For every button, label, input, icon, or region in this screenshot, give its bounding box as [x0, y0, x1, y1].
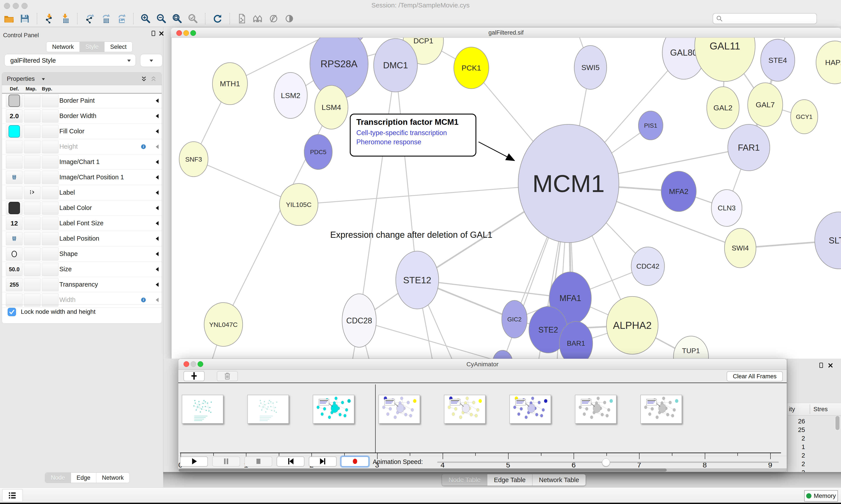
byp-cell[interactable]	[42, 140, 58, 153]
import-network-button[interactable]	[43, 12, 56, 25]
cyanimator-timeline[interactable]: 0123456789Seconds	[178, 383, 787, 456]
table-col-ity[interactable]: ity	[789, 406, 795, 413]
tab-network[interactable]: Network	[47, 42, 80, 52]
map-cell[interactable]	[24, 186, 40, 199]
hide-graphics-button[interactable]	[267, 12, 280, 25]
close-window-icon[interactable]	[4, 3, 10, 9]
timeline-ruler[interactable]	[180, 453, 781, 453]
zoom-selected-button[interactable]	[186, 12, 199, 25]
dock-tab-network-table[interactable]: Network Table	[532, 474, 586, 486]
default-swatch[interactable]	[8, 202, 20, 214]
expand-property-icon[interactable]	[155, 282, 159, 287]
folder-open-button[interactable]	[3, 12, 15, 25]
expand-property-icon[interactable]	[155, 236, 159, 241]
clear-all-frames-button[interactable]: Clear All Frames	[727, 371, 783, 381]
property-row-height[interactable]: Heighti	[2, 139, 162, 154]
def-cell[interactable]	[6, 186, 22, 199]
map-cell[interactable]	[24, 140, 40, 153]
play-button[interactable]	[180, 456, 208, 467]
property-row-shape[interactable]: Shape	[2, 246, 162, 262]
expand-property-icon[interactable]	[155, 175, 159, 180]
expand-property-icon[interactable]	[155, 297, 159, 303]
tab-select[interactable]: Select	[105, 42, 132, 52]
task-history-button[interactable]	[2, 489, 23, 502]
minimize-window-icon[interactable]	[13, 3, 19, 9]
show-graphics-button[interactable]	[283, 12, 296, 25]
zoom-in-button[interactable]	[139, 12, 152, 25]
map-cell[interactable]	[24, 263, 40, 276]
property-row-label-color[interactable]: Label Color	[2, 200, 162, 216]
map-cell[interactable]	[24, 109, 40, 123]
tab-node[interactable]: Node	[45, 473, 71, 483]
keyframe-2[interactable]	[313, 395, 354, 424]
def-cell[interactable]	[6, 140, 22, 153]
map-cell[interactable]	[24, 232, 40, 245]
def-cell[interactable]	[6, 171, 22, 184]
dock-tab-node-table[interactable]: Node Table	[442, 474, 487, 486]
expand-property-icon[interactable]	[155, 205, 159, 211]
position-icon[interactable]	[11, 174, 18, 181]
table-col-stress[interactable]: Stres	[813, 406, 828, 413]
node-stub1[interactable]	[493, 350, 513, 359]
def-cell[interactable]	[6, 125, 22, 138]
zoom-out-button[interactable]	[155, 12, 168, 25]
network-graph[interactable]: RPS28BDCP1RPS28ADMC1PCK1MTH1LSM2LSM4SNF3…	[172, 38, 841, 359]
map-cell[interactable]	[24, 201, 40, 215]
byp-cell[interactable]	[42, 247, 58, 260]
map-cell[interactable]	[24, 156, 40, 168]
keyframe-0[interactable]	[182, 395, 223, 424]
property-row-image-chart-position-1[interactable]: Image/Chart Position 1	[2, 170, 162, 185]
byp-cell[interactable]	[42, 263, 58, 276]
property-row-label[interactable]: Label	[2, 185, 162, 200]
property-row-transparency[interactable]: 255Transparency	[2, 277, 162, 292]
minimize-window-icon[interactable]	[191, 361, 196, 367]
lock-checkbox[interactable]	[8, 308, 16, 316]
table-cell[interactable]: 2	[788, 469, 805, 472]
network-file-button[interactable]	[236, 12, 248, 25]
def-cell[interactable]: 255	[6, 278, 22, 291]
default-value[interactable]: 50.0	[9, 266, 20, 273]
expand-property-icon[interactable]	[155, 98, 159, 103]
annotation-link[interactable]: Pheromone response	[356, 138, 476, 146]
search-box[interactable]	[713, 13, 817, 24]
expand-all-icon[interactable]	[140, 75, 147, 82]
stop-button[interactable]	[245, 456, 272, 467]
playhead[interactable]	[375, 384, 376, 453]
table-cell[interactable]: 2	[788, 452, 805, 459]
maximize-window-icon[interactable]	[190, 30, 196, 36]
scrollbar-thumb[interactable]	[179, 469, 667, 472]
properties-header[interactable]: Properties	[2, 72, 162, 85]
tab-style[interactable]: Style	[80, 42, 105, 52]
network-canvas[interactable]: RPS28BDCP1RPS28ADMC1PCK1MTH1LSM2LSM4SNF3…	[171, 38, 841, 359]
float-panel-icon[interactable]	[818, 362, 825, 369]
annotation-link[interactable]: Cell-type-specific transcription	[356, 129, 476, 137]
export-image-button[interactable]	[115, 12, 127, 25]
skip-end-button[interactable]	[309, 456, 337, 467]
close-window-icon[interactable]	[176, 30, 182, 36]
position-icon[interactable]	[11, 235, 18, 242]
def-cell[interactable]	[6, 201, 22, 215]
import-table-button[interactable]	[59, 12, 71, 25]
close-window-icon[interactable]	[183, 361, 189, 367]
expand-property-icon[interactable]	[155, 113, 159, 119]
maximize-window-icon[interactable]	[21, 3, 28, 9]
property-row-border-width[interactable]: 2.0Border Width	[2, 108, 162, 124]
tab-edge[interactable]: Edge	[71, 473, 96, 483]
table-cell[interactable]: 2	[788, 461, 805, 468]
tab-network[interactable]: Network	[96, 473, 129, 483]
close-panel-icon[interactable]	[158, 30, 165, 37]
keyframe-6[interactable]	[575, 395, 616, 424]
float-panel-icon[interactable]	[150, 30, 157, 37]
mapping-icon[interactable]	[28, 189, 36, 197]
expand-property-icon[interactable]	[155, 267, 159, 272]
property-row-border-paint[interactable]: Border Paint	[2, 93, 162, 108]
byp-cell[interactable]	[42, 186, 58, 199]
info-icon[interactable]: i	[140, 143, 147, 150]
edge-dmc1-cdc28[interactable]	[359, 65, 395, 321]
dock-tab-edge-table[interactable]: Edge Table	[487, 474, 532, 486]
search-input[interactable]	[723, 15, 817, 22]
map-cell[interactable]	[24, 247, 40, 260]
style-combo[interactable]: galFiltered Style	[4, 54, 136, 66]
export-table-button[interactable]	[99, 12, 112, 25]
byp-cell[interactable]	[42, 109, 58, 123]
